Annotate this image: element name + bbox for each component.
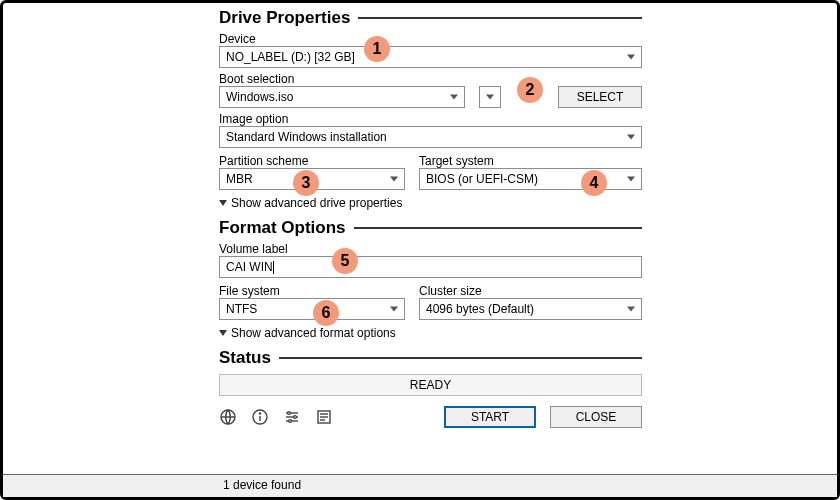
toggle-advanced-drive[interactable]: Show advanced drive properties [219, 196, 642, 210]
window-frame: Drive Properties Device NO_LABEL (D:) [3… [0, 0, 840, 500]
chevron-down-icon [627, 177, 635, 182]
label-volume-label: Volume label [219, 242, 642, 256]
chevron-down-icon [450, 95, 458, 100]
main-panel: Drive Properties Device NO_LABEL (D:) [3… [219, 6, 642, 428]
image-option-value: Standard Windows installation [226, 130, 387, 144]
label-device: Device [219, 32, 642, 46]
chevron-down-icon [627, 135, 635, 140]
settings-icon[interactable] [283, 408, 301, 426]
select-button[interactable]: SELECT [558, 86, 642, 108]
chevron-down-icon [219, 200, 227, 206]
chevron-down-icon [390, 177, 398, 182]
log-icon[interactable] [315, 408, 333, 426]
target-system-value: BIOS (or UEFI-CSM) [426, 172, 538, 186]
svg-point-8 [294, 416, 297, 419]
image-option-combo[interactable]: Standard Windows installation [219, 126, 642, 148]
boot-selection-split[interactable] [479, 86, 501, 108]
section-rule [279, 357, 642, 359]
label-file-system: File system [219, 284, 405, 298]
section-rule [354, 227, 642, 229]
section-title-format: Format Options [219, 218, 346, 238]
file-system-value: NTFS [226, 302, 257, 316]
start-button[interactable]: START [444, 406, 536, 428]
status-bar: READY [219, 374, 642, 396]
footer-statusbar: 1 device found [3, 474, 837, 497]
label-boot-selection: Boot selection [219, 72, 642, 86]
status-text: READY [410, 378, 451, 392]
section-title-drive: Drive Properties [219, 8, 350, 28]
close-button-label: CLOSE [576, 410, 617, 424]
partition-scheme-combo[interactable]: MBR [219, 168, 405, 190]
label-partition-scheme: Partition scheme [219, 154, 405, 168]
chevron-down-icon [390, 307, 398, 312]
volume-label-value: CAI WIN [226, 260, 273, 274]
boot-selection-combo[interactable]: Windows.iso [219, 86, 465, 108]
toggle-advanced-drive-label: Show advanced drive properties [231, 196, 402, 210]
toggle-advanced-format-label: Show advanced format options [231, 326, 396, 340]
close-button[interactable]: CLOSE [550, 406, 642, 428]
info-icon[interactable] [251, 408, 269, 426]
svg-point-9 [289, 420, 292, 423]
section-rule [358, 17, 642, 19]
svg-point-7 [288, 412, 291, 415]
label-image-option: Image option [219, 112, 642, 126]
target-system-combo[interactable]: BIOS (or UEFI-CSM) [419, 168, 642, 190]
label-cluster-size: Cluster size [419, 284, 642, 298]
file-system-combo[interactable]: NTFS [219, 298, 405, 320]
cluster-size-combo[interactable]: 4096 bytes (Default) [419, 298, 642, 320]
device-combo[interactable]: NO_LABEL (D:) [32 GB] 1 [219, 46, 642, 68]
text-caret [273, 261, 274, 274]
select-button-label: SELECT [577, 90, 624, 104]
footer-devices: 1 device found [223, 478, 301, 492]
device-value: NO_LABEL (D:) [32 GB] [226, 50, 355, 64]
chevron-down-icon [627, 55, 635, 60]
section-format-options: Format Options [219, 218, 642, 238]
boot-selection-value: Windows.iso [226, 90, 293, 104]
volume-label-input[interactable]: CAI WIN 5 [219, 256, 642, 278]
language-icon[interactable] [219, 408, 237, 426]
section-drive-properties: Drive Properties [219, 8, 642, 28]
section-status: Status [219, 348, 642, 368]
toggle-advanced-format[interactable]: Show advanced format options [219, 326, 642, 340]
chevron-down-icon [627, 307, 635, 312]
section-title-status: Status [219, 348, 271, 368]
start-button-label: START [471, 410, 509, 424]
chevron-down-icon [486, 95, 494, 100]
svg-point-3 [259, 413, 260, 414]
partition-scheme-value: MBR [226, 172, 253, 186]
chevron-down-icon [219, 330, 227, 336]
label-target-system: Target system [419, 154, 642, 168]
cluster-size-value: 4096 bytes (Default) [426, 302, 534, 316]
